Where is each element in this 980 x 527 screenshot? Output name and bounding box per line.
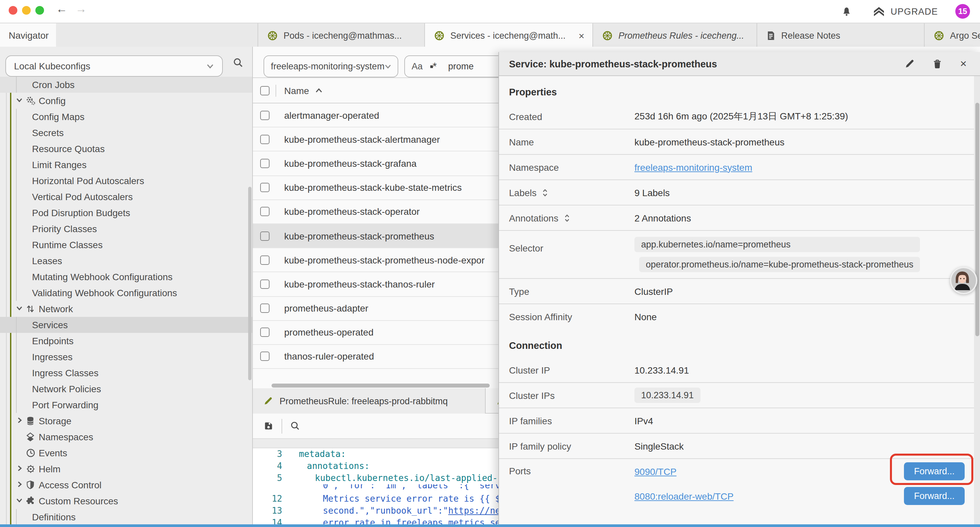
search-icon[interactable] [233,57,243,68]
drawer-scrollbar-track[interactable] [974,76,980,527]
forward-arrow-icon[interactable]: → [75,3,87,16]
tab-label: Release Notes [781,30,840,40]
sidebar-item-pod-disruption-budgets[interactable]: Pod Disruption Budgets [0,204,252,220]
namespace-link[interactable]: freeleaps-monitoring-system [635,162,752,172]
sidebar-item-vertical-pod-autoscalers[interactable]: Vertical Pod Autoscalers [0,188,252,204]
sort-updown-icon[interactable] [542,188,549,197]
tab-pods-icecheng-mathmas[interactable]: Pods - icecheng@mathmas... [258,23,424,47]
row-checkbox[interactable] [260,135,269,144]
port-link[interactable]: 8080:reloader-web/TCP [635,490,733,502]
sidebar-item-port-forwarding[interactable]: Port Forwarding [0,396,252,412]
sidebar-item-mutating-webhook-configurations[interactable]: Mutating Webhook Configurations [0,269,252,285]
account-badge[interactable]: 15 [955,4,970,19]
upgrade-label[interactable]: UPGRADE [891,6,938,16]
row-checkbox[interactable] [260,183,269,192]
sidebar-scrollbar[interactable] [248,187,251,380]
bottom-accent-strip [0,524,980,527]
sidebar-item-services[interactable]: Services [0,317,252,333]
row-checkbox[interactable] [260,304,269,313]
tab-services-icecheng-math[interactable]: Services - icecheng@math...× [424,23,592,47]
tab-prometheus-rules-icecheng[interactable]: Prometheus Rules - icecheng... [592,23,757,47]
chevron-down-icon[interactable] [15,496,23,504]
code-url-link[interactable]: https://net [448,506,506,516]
sidebar-item-cron-jobs[interactable]: Cron Jobs [0,76,252,92]
close-window-button[interactable] [9,6,18,15]
sidebar-item-ingress-classes[interactable]: Ingress Classes [0,365,252,381]
document-icon [767,30,775,40]
row-checkbox[interactable] [260,231,269,240]
editor-search-icon[interactable] [290,421,300,431]
notifications-bell-icon[interactable] [841,6,852,17]
edit-pencil-icon[interactable] [905,59,915,69]
sidebar-item-priority-classes[interactable]: Priority Classes [0,220,252,236]
forward-button[interactable]: Forward... [904,462,965,480]
sidebar-item-endpoints[interactable]: Endpoints [0,333,252,349]
save-icon[interactable] [264,421,274,431]
tab-argo-se[interactable]: Argo Se [924,23,980,47]
kubeconfig-select[interactable]: Local Kubeconfigs [5,56,223,77]
minimize-window-button[interactable] [22,6,31,15]
horizontal-scrollbar[interactable] [272,384,490,388]
port-line: 9090/TCPForward... [635,459,980,484]
upgrade-chevrons-icon[interactable] [872,5,886,18]
sidebar-item-network[interactable]: Network [0,301,252,317]
sidebar-item-resource-quotas[interactable]: Resource Quotas [0,140,252,156]
row-checkbox[interactable] [260,280,269,289]
sort-updown-icon[interactable] [564,213,570,223]
sidebar-item-limit-ranges[interactable]: Limit Ranges [0,156,252,172]
avatar[interactable] [950,267,977,294]
sidebar-item-config[interactable]: Config [0,92,252,108]
sidebar-item-namespaces[interactable]: Namespaces [0,428,252,444]
sidebar-item-access-control[interactable]: Access Control [0,477,252,493]
back-arrow-icon[interactable]: ← [56,3,67,16]
sidebar-item-helm[interactable]: Helm [0,461,252,477]
sidebar-item-horizontal-pod-autoscalers[interactable]: Horizontal Pod Autoscalers [0,172,252,188]
service-name: kube-prometheus-stack-prometheus [284,231,434,241]
port-link[interactable]: 9090/TCP [635,466,676,477]
sidebar-item-definitions[interactable]: Definitions [0,509,252,525]
window-titlebar: ← → UPGRADE 15 [0,0,980,23]
service-name: prometheus-operated [284,327,374,338]
close-icon[interactable]: × [578,30,584,41]
tab-navigator[interactable]: Navigator [0,23,56,47]
forward-button[interactable]: Forward... [904,487,965,505]
chevron-down-icon[interactable] [15,96,23,104]
sidebar-item-leases[interactable]: Leases [0,253,252,269]
row-checkbox[interactable] [260,110,269,120]
match-case-toggle[interactable]: Aa [412,61,423,72]
chevron-right-icon[interactable] [15,480,23,488]
select-all-checkbox[interactable] [260,86,269,95]
tab-release-notes[interactable]: Release Notes [757,23,924,47]
row-checkbox[interactable] [260,352,269,361]
chevron-down-icon[interactable] [15,304,23,312]
editor-tab-prometheusrule[interactable]: PrometheusRule: freeleaps-prod-rabbitmq [253,388,486,414]
chevron-right-icon[interactable] [15,464,23,472]
line-number: 3 [253,448,282,460]
sort-asc-icon[interactable] [315,88,323,93]
row-checkbox[interactable] [260,207,269,217]
close-icon[interactable]: × [960,57,967,70]
row-checkbox[interactable] [260,255,269,264]
sidebar-item-label: Priority Classes [32,223,97,234]
delete-trash-icon[interactable] [932,58,942,69]
sidebar-item-ingresses[interactable]: Ingresses [0,349,252,365]
row-checkbox[interactable] [260,328,269,337]
sidebar-item-label: Mutating Webhook Configurations [32,271,172,282]
sidebar-item-config-maps[interactable]: Config Maps [0,108,252,124]
sidebar-item-runtime-classes[interactable]: Runtime Classes [0,236,252,253]
sidebar-item-custom-resources[interactable]: Custom Resources [0,493,252,509]
tree-guide-line [16,220,16,236]
sidebar-item-network-policies[interactable]: Network Policies [0,381,252,396]
regex-toggle[interactable]: * [430,63,437,70]
drawer-scrollbar-thumb[interactable] [975,103,979,336]
chevron-right-icon[interactable] [15,416,23,424]
sidebar-item-secrets[interactable]: Secrets [0,124,252,140]
namespace-select[interactable]: freeleaps-monitoring-system [264,56,398,77]
maximize-window-button[interactable] [35,6,44,15]
sidebar-item-events[interactable]: Events [0,444,252,461]
row-checkbox[interactable] [260,159,269,168]
sidebar-item-storage[interactable]: Storage [0,412,252,428]
sidebar-item-validating-webhook-configurations[interactable]: Validating Webhook Configurations [0,285,252,301]
value-chip: 10.233.14.91 [635,388,700,403]
name-column-header[interactable]: Name [284,85,309,96]
